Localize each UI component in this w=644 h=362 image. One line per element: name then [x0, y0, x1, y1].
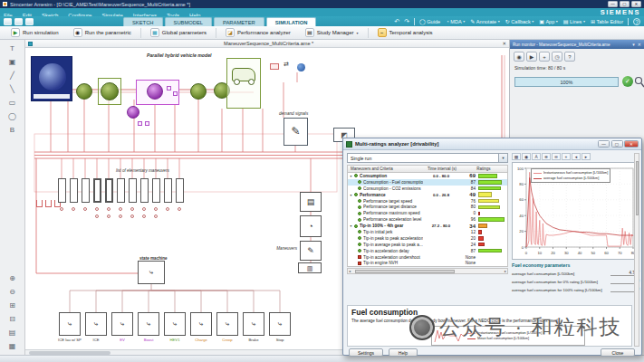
- chart-tool-icon-1[interactable]: ◉: [522, 153, 531, 160]
- draw-tool-icon-6[interactable]: B: [6, 125, 19, 135]
- draw-tool-icon-0[interactable]: T: [6, 43, 19, 53]
- chart-tool-icon-0[interactable]: ▦: [512, 153, 521, 160]
- analyzer-vertical-scrollbar[interactable]: [634, 153, 639, 347]
- record-button[interactable]: ◉: [514, 52, 524, 62]
- redo-icon[interactable]: ↷: [404, 18, 409, 25]
- draw-tool-icon-5[interactable]: ◯: [6, 111, 19, 121]
- maneuver-block[interactable]: [164, 178, 172, 203]
- maneuver-block[interactable]: [140, 178, 149, 203]
- analyzer-row[interactable]: Tip-in engine NVHNone: [348, 260, 507, 266]
- state-machine-child[interactable]: ⤷: [216, 312, 238, 336]
- settings-button[interactable]: Settings: [349, 348, 383, 357]
- draw-tool-icon-1[interactable]: ▣: [6, 57, 19, 67]
- twisty-icon[interactable]: ▾: [348, 193, 354, 197]
- tool-annotate[interactable]: ✎Annotate▾: [470, 18, 499, 24]
- zoom-tool-icon-5[interactable]: ▦: [6, 341, 19, 351]
- analyzer-row[interactable]: Tip-in acceleration delay87: [348, 248, 507, 254]
- close-icon[interactable]: ✕: [638, 42, 641, 47]
- tool-callback[interactable]: ↻Callback▾: [505, 18, 534, 24]
- state-machine-child[interactable]: ⤷: [111, 312, 133, 336]
- document-close-icon[interactable]: ✕: [502, 41, 506, 46]
- close-button[interactable]: ✕: [631, 1, 641, 7]
- differential-component[interactable]: [190, 83, 207, 100]
- global-parameters-button[interactable]: ▦ Global parameters: [145, 25, 212, 40]
- zoom-tool-icon-1[interactable]: ⊖: [6, 287, 19, 297]
- run-selector[interactable]: Single run ▼: [347, 153, 508, 163]
- header-criteria[interactable]: Maneuvers and Criteria: [348, 167, 424, 171]
- draw-tool-icon-3[interactable]: ╲: [6, 84, 19, 94]
- schedule-button[interactable]: ◷: [552, 52, 562, 62]
- analyzer-row[interactable]: Tip-in average peak to peak a...24: [348, 242, 507, 248]
- tool-app[interactable]: ▣App▾: [539, 18, 558, 24]
- signal-source-block[interactable]: [45, 200, 52, 207]
- combustion-engine-component[interactable]: [31, 56, 72, 101]
- switch-icon[interactable]: ⇄: [284, 61, 293, 71]
- maximize-button[interactable]: ▢: [620, 1, 630, 7]
- analyzer-row[interactable]: ▾Tip-in 100% - 4th gear27.2 - 80.034: [348, 223, 507, 229]
- minimize-button[interactable]: —: [598, 140, 610, 148]
- header-ratings[interactable]: Ratings: [460, 167, 507, 171]
- zoom-tool-icon-4[interactable]: ▤: [6, 328, 19, 338]
- performance-analyzer-button[interactable]: ◪ Performance analyzer: [220, 25, 296, 40]
- tool-table-editor[interactable]: ⊞Table Editor: [591, 18, 623, 24]
- twisty-icon[interactable]: ▾: [348, 174, 354, 178]
- scroll-right-icon[interactable]: ▸: [505, 269, 506, 274]
- state-machine-child[interactable]: ⤷: [59, 312, 81, 336]
- analyzer-row[interactable]: Performance acceleration level96: [348, 216, 507, 223]
- open-file-icon[interactable]: [14, 18, 23, 25]
- maneuver-block[interactable]: [70, 178, 78, 203]
- scrollbar-thumb[interactable]: [636, 161, 639, 215]
- table-horizontal-scrollbar[interactable]: ◂ ▸: [347, 268, 508, 274]
- state-machine-child[interactable]: ⤷: [138, 312, 159, 336]
- gearbox-component[interactable]: [101, 82, 119, 100]
- maneuver-block[interactable]: [82, 178, 90, 203]
- state-machine-root[interactable]: ⤷: [138, 261, 165, 284]
- tool-guide[interactable]: ◯Guide: [419, 18, 440, 24]
- gauge-block[interactable]: ◔: [300, 215, 322, 237]
- maneuver-block[interactable]: [176, 178, 184, 203]
- analyzer-row[interactable]: ▾Performance0.0 - 26.849: [348, 192, 507, 198]
- run-simulation-button[interactable]: ▶ Run simulation: [5, 25, 64, 40]
- zoom-tool-icon-3[interactable]: ⊟: [6, 314, 19, 324]
- analyzer-row[interactable]: Tip-in initial jerk12: [348, 229, 507, 235]
- detection-block[interactable]: ▥: [298, 262, 322, 273]
- state-machine-child[interactable]: ⤷: [190, 312, 212, 336]
- analyzer-row[interactable]: Consumption - Fuel consumption87: [348, 179, 507, 186]
- minimize-button[interactable]: —: [608, 1, 618, 7]
- chart-tool-icon-6[interactable]: ◂: [572, 153, 581, 160]
- inspect-icon[interactable]: [634, 76, 644, 88]
- chart-tool-icon-2[interactable]: A: [532, 153, 541, 160]
- chart-tool-icon-3[interactable]: ⊕: [542, 153, 551, 160]
- criteria-block[interactable]: ✎: [300, 241, 322, 261]
- scroll-left-icon[interactable]: ◂: [349, 269, 351, 274]
- signal-source-block[interactable]: [36, 200, 43, 207]
- analyzer-row[interactable]: Tip-in peak to peak acceleration20: [348, 235, 507, 242]
- new-file-icon[interactable]: [4, 18, 12, 25]
- close-button[interactable]: ✕: [624, 140, 639, 148]
- analyzer-row[interactable]: Consumption - CO2 emissions84: [348, 186, 507, 192]
- analyzer-row[interactable]: Performance target distance80: [348, 204, 507, 210]
- play-button[interactable]: ▶: [526, 52, 537, 62]
- state-machine-child[interactable]: ⤷: [269, 312, 291, 336]
- draw-tool-icon-2[interactable]: ╱: [6, 71, 19, 81]
- electric-motor-component[interactable]: [147, 83, 163, 100]
- help-icon[interactable]: ?: [633, 18, 640, 25]
- demand-signals-block[interactable]: ✎: [284, 118, 308, 146]
- state-machine-child[interactable]: ⤷: [85, 312, 107, 336]
- help-button[interactable]: ?: [564, 52, 575, 62]
- maneuver-block[interactable]: [129, 178, 137, 203]
- scrollbar-thumb[interactable]: [355, 270, 455, 273]
- state-machine-child[interactable]: ⤷: [243, 312, 264, 336]
- maneuver-block[interactable]: [105, 178, 113, 203]
- run-parametric-button[interactable]: ◉ Run the parametric: [68, 25, 137, 40]
- maximize-button[interactable]: ▢: [611, 140, 623, 148]
- zoom-tool-icon-2[interactable]: ⊞: [6, 300, 19, 310]
- analyzer-row[interactable]: ▾Consumption0.0 - 80.069: [348, 173, 507, 179]
- add-button[interactable]: +: [539, 52, 550, 62]
- battery-cell-component[interactable]: [145, 121, 149, 126]
- zoom-tool-icon-0[interactable]: ⊕: [6, 273, 19, 283]
- inverter-component[interactable]: [167, 86, 171, 90]
- battery-component[interactable]: [127, 106, 139, 119]
- tool-mda[interactable]: ◔MDA▾: [446, 18, 465, 24]
- chart-tool-icon-4[interactable]: ⊖: [552, 153, 561, 160]
